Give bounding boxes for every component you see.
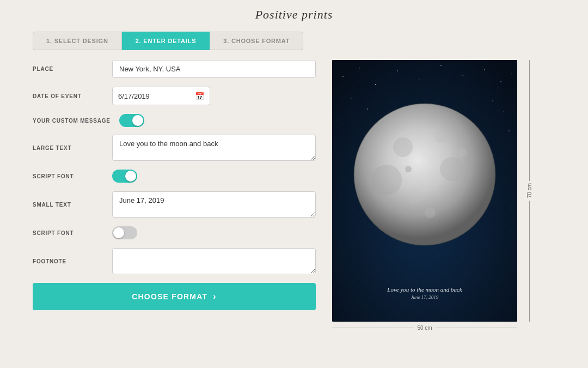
poster-preview: Love you to the moon and back June 17, 2…	[332, 60, 517, 322]
dim-line-top	[529, 60, 530, 181]
toggle-thumb-1	[125, 171, 136, 182]
dim-hline-left	[332, 328, 414, 328]
poster-large-text: Love you to the moon and back	[332, 286, 517, 293]
footnote-label: FOOTNOTE	[33, 258, 103, 264]
choose-format-button[interactable]: CHOOSE FORMAT ›	[33, 283, 316, 310]
svg-point-23	[371, 165, 402, 195]
steps-bar: 1. Select Design 2. Enter Details 3. Cho…	[33, 32, 555, 50]
svg-point-10	[512, 74, 512, 74]
svg-point-2	[359, 68, 359, 68]
date-label: DATE OF EVENT	[33, 93, 103, 99]
logo: Positive prints	[255, 8, 333, 21]
svg-point-11	[351, 98, 351, 98]
svg-point-6	[440, 65, 442, 66]
svg-point-25	[458, 148, 467, 157]
svg-point-7	[462, 75, 463, 75]
svg-point-5	[419, 79, 420, 80]
svg-point-26	[405, 166, 412, 172]
svg-point-21	[440, 157, 464, 181]
header: Positive prints	[0, 0, 588, 27]
dim-hline-right	[436, 328, 517, 328]
svg-point-20	[434, 130, 448, 143]
script-font-2-label: SCRIPT FONT	[33, 230, 103, 236]
toggle-thumb-2	[113, 227, 124, 238]
toggle-thumb	[132, 115, 143, 126]
place-row: PLACE	[33, 60, 316, 78]
dimension-width: 50 cm	[332, 325, 517, 331]
dim-height-label: 70 cm	[526, 183, 532, 198]
date-row: DATE OF EVENT 📅	[33, 87, 316, 105]
place-input[interactable]	[112, 60, 316, 78]
custom-message-row: YOUR CUSTOM MESSAGE	[33, 114, 316, 127]
svg-point-3	[375, 84, 376, 85]
right-panel: Love you to the moon and back June 17, 2…	[332, 60, 517, 331]
step-choose-format[interactable]: 3. Choose Format	[210, 32, 303, 50]
poster-text-overlay: Love you to the moon and back June 17, 2…	[332, 286, 517, 300]
small-text-label: SMALL TEXT	[33, 202, 103, 208]
svg-point-12	[367, 108, 368, 110]
svg-point-1	[342, 76, 344, 77]
left-panel: PLACE DATE OF EVENT 📅 YOUR CUSTOM MESSAG…	[33, 60, 316, 331]
custom-message-toggle[interactable]	[119, 114, 144, 127]
script-font-1-row: SCRIPT FONT	[33, 170, 316, 183]
footnote-input[interactable]	[112, 248, 316, 274]
large-text-row: LARGE TEXT Love you to the moon and back	[33, 135, 316, 161]
large-text-label: LARGE TEXT	[33, 145, 103, 151]
dimension-height: 70 cm	[526, 60, 532, 322]
step-select-design[interactable]: 1. Select Design	[33, 32, 122, 50]
svg-point-13	[492, 100, 493, 101]
choose-format-label: CHOOSE FORMAT	[132, 292, 207, 301]
poster-small-text: June 17, 2019	[332, 294, 517, 300]
poster-container: Love you to the moon and back June 17, 2…	[332, 60, 517, 322]
svg-point-4	[397, 70, 397, 71]
main-layout: PLACE DATE OF EVENT 📅 YOUR CUSTOM MESSAG…	[0, 60, 588, 331]
large-text-input[interactable]: Love you to the moon and back	[112, 135, 316, 161]
script-font-1-label: SCRIPT FONT	[33, 173, 103, 179]
small-text-row: SMALL TEXT June 17, 2019	[33, 191, 316, 218]
dim-width-label: 50 cm	[417, 325, 432, 331]
svg-point-16	[509, 130, 510, 131]
script-font-2-row: SCRIPT FONT	[33, 226, 316, 239]
svg-point-24	[425, 207, 436, 218]
svg-point-22	[406, 188, 422, 204]
svg-point-19	[393, 137, 413, 157]
small-text-input[interactable]: June 17, 2019	[112, 191, 316, 218]
step-enter-details[interactable]: 2. Enter Details	[122, 32, 210, 50]
svg-point-14	[504, 112, 504, 112]
dim-line-bottom	[529, 201, 530, 322]
script-font-2-toggle[interactable]	[112, 226, 137, 239]
svg-point-8	[484, 69, 485, 70]
footnote-row: FOOTNOTE	[33, 248, 316, 274]
custom-message-label: YOUR CUSTOM MESSAGE	[33, 118, 111, 124]
date-wrapper[interactable]: 📅	[112, 87, 210, 105]
date-input[interactable]	[118, 92, 191, 100]
script-font-1-toggle[interactable]	[112, 170, 137, 183]
svg-point-15	[337, 119, 338, 120]
place-label: PLACE	[33, 66, 103, 72]
svg-point-9	[500, 81, 501, 82]
calendar-icon[interactable]: 📅	[195, 92, 204, 100]
chevron-right-icon: ›	[213, 292, 217, 301]
